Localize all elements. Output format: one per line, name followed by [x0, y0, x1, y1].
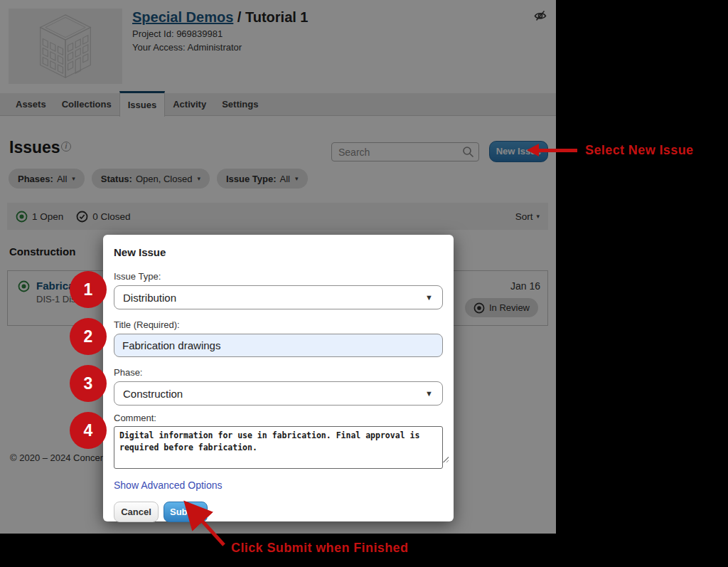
step-1-number: 1: [84, 280, 93, 300]
title-input[interactable]: [114, 334, 443, 357]
comment-textarea[interactable]: Digital information for use in fabricati…: [114, 426, 443, 469]
phase-select[interactable]: Construction ▼: [114, 381, 443, 406]
phase-label: Phase:: [114, 367, 443, 378]
annotation-click-submit: Click Submit when Finished: [231, 541, 408, 556]
step-4-badge: 4: [70, 412, 107, 449]
chevron-down-icon: ▼: [425, 293, 433, 302]
arrow-line: [538, 149, 577, 152]
step-1-badge: 1: [70, 271, 107, 308]
step-4-number: 4: [84, 421, 93, 440]
step-3-number: 3: [84, 374, 93, 393]
cancel-button[interactable]: Cancel: [114, 502, 159, 522]
annotation-select-new-issue: Select New Issue: [585, 143, 693, 158]
comment-label: Comment:: [114, 413, 443, 423]
resize-handle-icon[interactable]: [442, 456, 449, 462]
issue-type-select[interactable]: Distribution ▼: [114, 285, 443, 309]
issue-type-value: Distribution: [123, 292, 176, 304]
dialog-title: New Issue: [114, 246, 443, 258]
title-label: Title (Required):: [114, 319, 443, 330]
phase-value: Construction: [123, 388, 183, 400]
step-3-badge: 3: [70, 365, 107, 402]
app-window: Special Demos / Tutorial 1 Project Id: 9…: [0, 0, 556, 534]
step-2-number: 2: [84, 327, 93, 346]
chevron-down-icon: ▼: [425, 389, 433, 398]
new-issue-dialog: New Issue Issue Type: Distribution ▼ Tit…: [103, 235, 454, 521]
arrow-left-icon: [527, 144, 539, 157]
issue-type-label: Issue Type:: [114, 271, 443, 282]
step-2-badge: 2: [70, 318, 107, 355]
show-advanced-options-link[interactable]: Show Advanced Options: [114, 479, 223, 491]
